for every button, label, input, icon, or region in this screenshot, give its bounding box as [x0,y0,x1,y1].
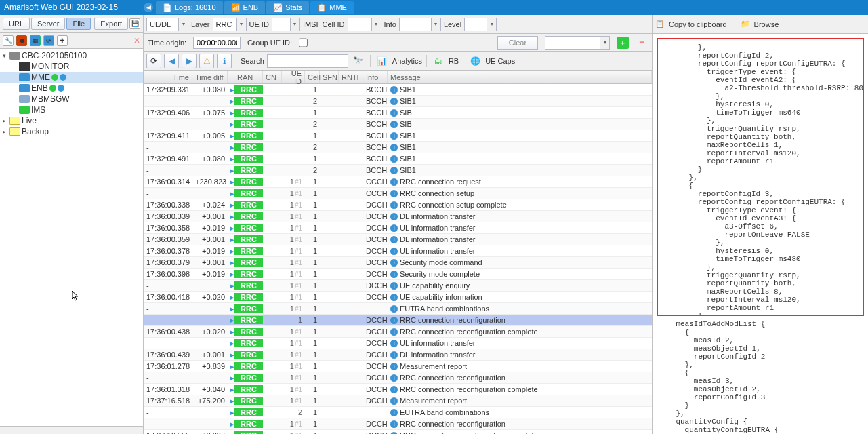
folder-icon [9,117,20,125]
log-row[interactable]: 17:32:09.331+0.080▸RRC1BCCHiSIB1 [144,84,652,96]
chevron-down-icon[interactable]: ▾ [178,18,188,31]
log-row[interactable]: 17:36:00.398+0.019▸RRC1#11DCCHiSecurity … [144,269,652,280]
chevron-down-icon[interactable]: ▾ [290,18,299,31]
clear-button[interactable]: Clear [497,36,538,50]
chevron-down-icon[interactable]: ▾ [431,18,440,31]
tree-monitor[interactable]: MONITOR [0,61,143,72]
plus-small-icon[interactable]: ✚ [57,35,68,46]
log-row[interactable]: 17:36:00.338+0.024▸RRC1#11DCCHiRRC conne… [144,199,652,211]
binoculars-icon[interactable]: 🔭 [351,54,366,68]
chevron-down-icon[interactable]: ▾ [487,18,496,31]
group-ueid-checkbox[interactable] [299,37,308,49]
log-row[interactable]: -▸RRC1#11iEUTRA band combinations [144,303,652,315]
info-icon[interactable]: ℹ [217,54,232,68]
tree-live[interactable]: ▸Live [0,115,143,126]
file-button[interactable]: File [66,18,91,30]
message-detail-boxed[interactable]: }, reportConfigId 2, reportConfig report… [657,38,864,316]
log-row[interactable]: 17:36:00.438+0.020▸RRC1#11DCCHiRRC conne… [144,326,652,338]
log-row[interactable]: 17:36:00.418+0.020▸RRC1#11DCCHiUE capabi… [144,292,652,303]
left-panel: URL Server File Export 💾 🔧 ⏺ ▦ ⟳ ✚ ✕ ▾CB… [0,15,144,434]
time-origin-input[interactable] [193,37,241,49]
browse-button[interactable]: Browse [754,20,779,28]
log-row[interactable]: -▸RRC2BCCHiSIB [144,119,652,130]
collapse-left-icon[interactable]: ◀ [144,3,153,12]
log-row[interactable]: 17:37:16.518+75.200▸RRC1#11DCCHiMeasurem… [144,395,652,407]
minus-icon[interactable]: ━ [636,37,648,49]
refresh-icon[interactable]: ⟳ [43,35,54,46]
tab-mme[interactable]: 📋MME [310,1,354,14]
info-icon: i [390,420,398,428]
cellid-combo[interactable]: Cell ID▾ [323,18,381,31]
source-toolbar: URL Server File Export 💾 [0,15,143,33]
server-button[interactable]: Server [31,18,65,30]
export-button[interactable]: Export [94,18,128,30]
log-row[interactable]: -▸RRC1#11DCCHiUL information transfer [144,338,652,349]
log-row[interactable]: 17:36:00.339+0.001▸RRC1#11DCCHiDL inform… [144,211,652,222]
tab-enb[interactable]: 📶ENB [224,1,266,14]
log-row[interactable]: 17:36:01.318+0.040▸RRC1#11DCCHiRRC conne… [144,384,652,395]
imsi-combo[interactable]: IMSI [303,20,320,28]
log-row[interactable]: -▸RRC2BCCHiSIB1 [144,96,652,107]
layer-combo[interactable]: LayerRRC▾ [191,18,247,31]
tree-mme[interactable]: MME [0,72,143,83]
chevron-down-icon[interactable]: ▾ [600,37,609,49]
log-row[interactable]: -▸RRC2BCCHiSIB1 [144,165,652,176]
search-input[interactable] [267,54,348,68]
info-icon: i [390,305,398,313]
log-row[interactable]: -▸RRC11DCCHiRRC connection reconfigurati… [144,315,652,326]
stop-icon[interactable]: ⏺ [16,35,27,46]
message-detail-rest[interactable]: measIdToAddModList { { measId 2, measObj… [653,320,868,434]
info-icon: i [390,397,398,405]
copy-button[interactable]: Copy to clipboard [669,20,727,28]
log-row[interactable]: 17:36:00.314+230.823▸RRC1#11CCCHiRRC con… [144,176,652,188]
close-panel-icon[interactable]: ✕ [133,36,140,45]
warning-icon[interactable]: ⚠ [199,54,214,68]
log-row[interactable]: -▸RRC1#11DCCHiRRC connection reconfigura… [144,372,652,384]
tab-stats[interactable]: 📈Stats [266,1,309,14]
window-icon[interactable]: ▦ [30,35,41,46]
tree-mbmsgw[interactable]: MBMSGW [0,94,143,104]
tree-root[interactable]: ▾CBC-2021050100 [0,50,143,61]
wrench-icon[interactable]: 🔧 [3,35,14,46]
next-icon[interactable]: ▶ [182,54,197,68]
info-icon: i [390,201,398,209]
uldl-combo[interactable]: UL/DL▾ [146,18,188,31]
tree-ims[interactable]: IMS [0,104,143,115]
prev-icon[interactable]: ◀ [164,54,179,68]
tab-logs[interactable]: 📄Logs: 16010 [156,1,223,14]
chevron-down-icon[interactable]: ▾ [236,18,246,31]
copy-icon: 📋 [655,20,665,28]
log-row[interactable]: 17:36:00.358+0.019▸RRC1#11DCCHiUL inform… [144,222,652,234]
log-row[interactable]: -▸RRC21iEUTRA band combinations [144,407,652,418]
log-row[interactable]: 17:36:01.278+0.839▸RRC1#11DCCHiMeasureme… [144,361,652,372]
grid-body[interactable]: 17:32:09.331+0.080▸RRC1BCCHiSIB1-▸RRC2BC… [144,84,652,434]
log-row[interactable]: 17:32:09.411+0.005▸RRC1BCCHiSIB1 [144,130,652,142]
log-row[interactable]: -▸RRC1#11DCCHiRRC connection reconfigura… [144,418,652,430]
log-row[interactable]: -▸RRC2BCCHiSIB1 [144,142,652,153]
chevron-down-icon[interactable]: ▾ [371,18,381,31]
save-icon[interactable]: 💾 [129,18,140,29]
analytics-link[interactable]: Analytics [392,57,422,65]
url-button[interactable]: URL [3,18,30,30]
refresh-icon[interactable]: ⟳ [146,54,161,68]
ueid-combo[interactable]: UE ID▾ [249,18,300,31]
log-row[interactable]: 17:36:00.359+0.001▸RRC1#11DCCHiDL inform… [144,234,652,245]
rb-link[interactable]: RB [449,57,459,65]
log-row[interactable]: -▸RRC1#11CCCHiRRC connection setup [144,188,652,199]
detail-toolbar: 📋Copy to clipboard 📁Browse [653,15,868,34]
uecaps-link[interactable]: UE Caps [485,57,515,65]
tree-backup[interactable]: ▸Backup [0,126,143,137]
plus-icon[interactable]: + [617,37,629,49]
tree-enb[interactable]: ENB [0,83,143,94]
log-row[interactable]: 17:36:00.379+0.001▸RRC1#11DCCHiSecurity … [144,257,652,269]
info-combo[interactable]: Info▾ [384,18,441,31]
log-row[interactable]: 17:36:00.439+0.001▸RRC1#11DCCHiDL inform… [144,349,652,361]
log-row[interactable]: 17:32:09.491+0.080▸RRC1BCCHiSIB1 [144,153,652,165]
log-row[interactable]: 17:36:00.378+0.019▸RRC1#11DCCHiUL inform… [144,245,652,257]
folder-icon: 📁 [741,20,750,28]
level-combo[interactable]: Level▾ [444,18,497,31]
log-row[interactable]: -▸RRC1#11DCCHiUE capability enquiry [144,280,652,292]
log-row[interactable]: 17:37:16.555+0.037▸RRC1#11DCCHiRRC conne… [144,430,652,434]
info-icon: i [390,236,398,243]
log-row[interactable]: 17:32:09.406+0.075▸RRC1BCCHiSIB [144,107,652,119]
